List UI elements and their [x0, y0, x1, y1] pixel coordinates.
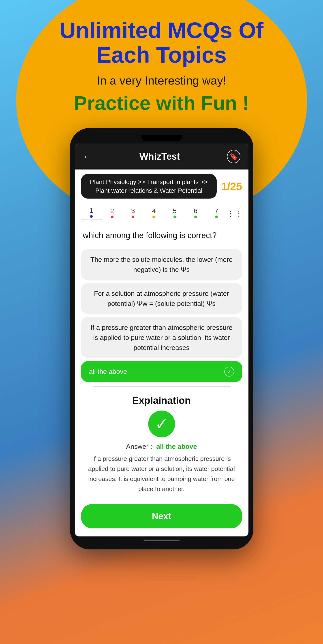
- next-button[interactable]: Next: [81, 504, 242, 528]
- grid-icon[interactable]: ⋮⋮: [227, 209, 242, 218]
- dot-4: [152, 216, 155, 218]
- breadcrumb-row: Plant Physiology >> Transport in plants …: [75, 170, 248, 203]
- dot-7: [215, 216, 218, 218]
- dot-3: [132, 216, 134, 218]
- number-tabs: 1 2 3 4 5: [75, 203, 248, 222]
- correct-check-icon: ✓: [224, 367, 234, 376]
- tab-2[interactable]: 2: [102, 207, 123, 220]
- phone-mockup: ← WhizTest 🔖 Plant Physiology >> Transpo…: [65, 128, 258, 550]
- app-title: WhizTest: [139, 151, 180, 162]
- option-4-text: all the above: [89, 366, 127, 376]
- option-2[interactable]: For a solution at atmospheric pressure (…: [81, 283, 242, 314]
- answer-line: Answer :- all the above: [75, 443, 248, 454]
- dot-2: [111, 216, 114, 218]
- explanation-title: Explaination: [75, 391, 248, 410]
- option-4[interactable]: all the above ✓: [81, 361, 242, 382]
- tagline: Practice with Fun !: [74, 92, 249, 114]
- tab-4[interactable]: 4: [143, 207, 164, 220]
- explanation-body: If a pressure greater than atmospheric p…: [75, 454, 248, 500]
- option-3[interactable]: If a pressure greater than atmospheric p…: [81, 317, 242, 358]
- back-button[interactable]: ←: [83, 151, 93, 162]
- dot-6: [194, 216, 197, 218]
- breadcrumb: Plant Physiology >> Transport in plants …: [81, 174, 217, 198]
- phone-screen: ← WhizTest 🔖 Plant Physiology >> Transpo…: [75, 144, 248, 536]
- answer-label: Answer :-: [126, 443, 154, 450]
- phone-notch: [141, 135, 182, 141]
- divider: [93, 386, 231, 387]
- headline: Unlimited MCQs Of Each Topics: [42, 18, 281, 67]
- bookmark-button[interactable]: 🔖: [227, 150, 240, 163]
- tab-5[interactable]: 5: [164, 207, 185, 220]
- bookmark-icon: 🔖: [229, 152, 238, 161]
- correct-answer-circle: ✓: [148, 410, 175, 438]
- question-text: which among the following is correct?: [75, 222, 248, 246]
- phone-outer: ← WhizTest 🔖 Plant Physiology >> Transpo…: [70, 128, 253, 550]
- question-counter: 1/25: [221, 180, 242, 192]
- tab-6[interactable]: 6: [185, 207, 206, 220]
- dot-5: [173, 216, 176, 218]
- home-indicator: [144, 540, 180, 541]
- answer-value: all the above: [156, 443, 197, 450]
- tab-7[interactable]: 7: [206, 207, 227, 220]
- subtitle: In a very Interesting way!: [97, 74, 226, 87]
- page-content: Unlimited MCQs Of Each Topics In a very …: [0, 0, 323, 550]
- tab-1[interactable]: 1: [81, 206, 102, 220]
- tab-3[interactable]: 3: [123, 207, 143, 220]
- app-header: ← WhizTest 🔖: [75, 144, 248, 170]
- option-1[interactable]: The more the solute molecules, the lower…: [81, 249, 242, 280]
- dot-1: [90, 215, 93, 218]
- checkmark-icon: ✓: [155, 416, 168, 432]
- phone-bottom-bar: [75, 536, 248, 544]
- phone-notch-bar: [75, 133, 248, 144]
